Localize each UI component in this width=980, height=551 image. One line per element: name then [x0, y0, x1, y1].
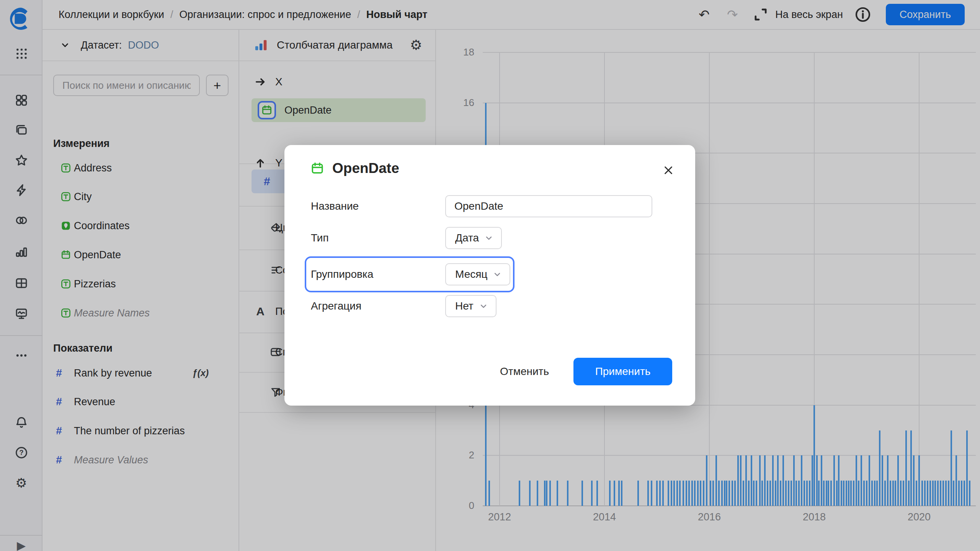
cancel-button[interactable]: Отменить — [500, 365, 549, 378]
modal-field-label: Тип — [311, 232, 445, 244]
modal-select-тип[interactable]: Дата — [445, 227, 502, 249]
select-value: Нет — [455, 300, 474, 312]
apply-button[interactable]: Применить — [573, 358, 672, 385]
grouping-focus-ring — [305, 256, 514, 292]
modal-field-группировка: ГруппировкаМесяц — [311, 263, 671, 285]
modal-name-input[interactable] — [445, 195, 652, 217]
modal-title: OpenDate — [332, 160, 399, 176]
modal-field-label: Название — [311, 200, 445, 212]
modal-field-тип: ТипДата — [311, 227, 671, 249]
modal-field-label: Агрегация — [311, 300, 445, 312]
chevron-down-icon — [479, 302, 488, 311]
modal-header: OpenDate — [311, 160, 399, 176]
modal-select-агрегация[interactable]: Нет — [445, 295, 497, 317]
select-value: Дата — [455, 232, 479, 244]
calendar-icon — [311, 162, 324, 175]
chevron-down-icon — [484, 233, 493, 243]
modal-buttons: Отменить Применить — [500, 358, 672, 385]
field-settings-modal: OpenDate НазваниеТипДатаГруппировкаМесяц… — [284, 145, 695, 406]
modal-field-агрегация: АгрегацияНет — [311, 295, 671, 317]
close-icon[interactable] — [659, 161, 678, 179]
datalens-chart-editor: 02468101214161820122014201620182020 ?⚙▶ … — [0, 0, 980, 551]
modal-field-название: Название — [311, 195, 671, 217]
